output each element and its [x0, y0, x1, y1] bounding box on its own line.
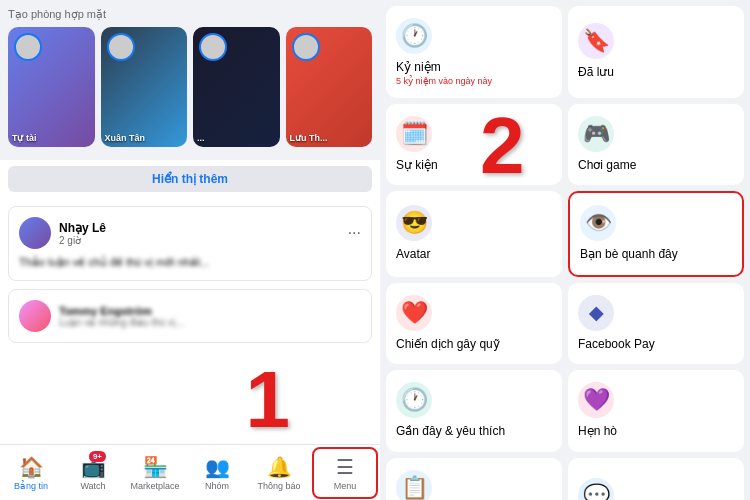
menu-item-ad-activity[interactable]: 📋 Hoạt động quảng cáo gần đây	[386, 458, 562, 500]
post-meta-1: Nhạy Lê 2 giờ	[59, 221, 340, 246]
left-panel: Tạo phòng hợp mặt Tự tài Xuân Tân ... Lư…	[0, 0, 380, 500]
avatar-label: Avatar	[396, 247, 552, 263]
nav-label-notifications: Thông báo	[257, 481, 300, 491]
facebook-pay-icon: ◆	[578, 295, 614, 331]
home-icon: 🏠	[19, 455, 44, 479]
post-name-2: Tommy Engström	[59, 305, 361, 317]
kids-messenger-icon: 💬	[578, 478, 614, 500]
post-content-2: Tommy Engström Luận về những điều thú vị…	[59, 305, 361, 328]
menu-item-facebook-pay[interactable]: ◆ Facebook Pay	[568, 283, 744, 365]
story-card-2[interactable]: Xuân Tân	[101, 27, 188, 147]
fundraiser-label: Chiến dịch gây quỹ	[396, 337, 552, 353]
post-more-icon-1[interactable]: ···	[348, 224, 361, 242]
ad-activity-icon: 📋	[396, 470, 432, 500]
facebook-pay-label: Facebook Pay	[578, 337, 734, 353]
nearby-friends-label: Bạn bè quanh đây	[580, 247, 732, 263]
recent-favorites-icon: 🕐	[396, 382, 432, 418]
post-avatar-2	[19, 300, 51, 332]
menu-item-recent-favorites[interactable]: 🕐 Gần đây & yêu thích	[386, 370, 562, 452]
story-avatar-2	[107, 33, 135, 61]
dating-label: Hẹn hò	[578, 424, 734, 440]
post-card-2: Tommy Engström Luận về những điều thú vị…	[8, 289, 372, 343]
nav-item-notifications[interactable]: 🔔 Thông báo	[248, 449, 310, 497]
story-card-4[interactable]: Lưu Th...	[286, 27, 373, 147]
story-avatar-4	[292, 33, 320, 61]
post-card-1: Nhạy Lê 2 giờ ··· Thảo luận về chủ đề th…	[8, 206, 372, 281]
nav-label-watch: Watch	[80, 481, 105, 491]
menu-item-avatar[interactable]: 😎 Avatar	[386, 191, 562, 277]
nav-label-marketplace: Marketplace	[130, 481, 179, 491]
menu-item-saved[interactable]: 🔖 Đã lưu	[568, 6, 744, 98]
stories-row: Tự tài Xuân Tân ... Lưu Th...	[8, 27, 372, 147]
nav-item-marketplace[interactable]: 🏪 Marketplace	[124, 449, 186, 497]
bell-icon: 🔔	[267, 455, 292, 479]
post-avatar-1	[19, 217, 51, 249]
see-more-button[interactable]: Hiển thị thêm	[8, 166, 372, 192]
nav-item-menu[interactable]: ☰ Menu	[312, 447, 378, 499]
stories-title: Tạo phòng hợp mặt	[8, 8, 372, 21]
nearby-friends-icon: 👁️	[580, 205, 616, 241]
avatar-icon: 😎	[396, 205, 432, 241]
menu-grid: 🕐 Kỷ niệm 5 kỷ niệm vào ngày này 🔖 Đã lư…	[386, 6, 744, 500]
saved-icon: 🔖	[578, 23, 614, 59]
right-panel: 2 🕐 Kỷ niệm 5 kỷ niệm vào ngày này 🔖 Đã …	[380, 0, 750, 500]
events-icon: 🗓️	[396, 116, 432, 152]
story-name-4: Lưu Th...	[290, 133, 369, 143]
menu-item-dating[interactable]: 💜 Hẹn hò	[568, 370, 744, 452]
post-name-1: Nhạy Lê	[59, 221, 340, 235]
menu-item-kids-messenger[interactable]: 💬 Messenger nhí	[568, 458, 744, 500]
memory-icon: 🕐	[396, 18, 432, 54]
post-text-1: Thảo luận về chủ đề thú vị mới nhất...	[19, 255, 361, 270]
story-avatar-3	[199, 33, 227, 61]
nav-item-groups[interactable]: 👥 Nhóm	[186, 449, 248, 497]
nav-label-feed: Bảng tin	[14, 481, 48, 491]
menu-item-nearby-friends[interactable]: 👁️ Bạn bè quanh đây	[568, 191, 744, 277]
memory-label: Kỷ niệm	[396, 60, 552, 76]
story-name-3: ...	[197, 133, 276, 143]
story-avatar-1	[14, 33, 42, 61]
events-label: Sự kiện	[396, 158, 552, 174]
games-icon: 🎮	[578, 116, 614, 152]
menu-item-memory[interactable]: 🕐 Kỷ niệm 5 kỷ niệm vào ngày này	[386, 6, 562, 98]
saved-label: Đã lưu	[578, 65, 734, 81]
recent-favorites-label: Gần đây & yêu thích	[396, 424, 552, 440]
post-text-2: Luận về những điều thú vị...	[59, 317, 361, 328]
nav-label-groups: Nhóm	[205, 481, 229, 491]
menu-icon: ☰	[336, 455, 354, 479]
story-card-3[interactable]: ...	[193, 27, 280, 147]
bottom-nav: 🏠 Bảng tin 📺 9+ Watch 🏪 Marketplace 👥 Nh…	[0, 444, 380, 500]
menu-item-fundraiser[interactable]: ❤️ Chiến dịch gây quỹ	[386, 283, 562, 365]
story-name-1: Tự tài	[12, 133, 91, 143]
nav-item-feed[interactable]: 🏠 Bảng tin	[0, 449, 62, 497]
stories-section: Tạo phòng hợp mặt Tự tài Xuân Tân ... Lư…	[0, 0, 380, 160]
menu-item-games[interactable]: 🎮 Chơi game	[568, 104, 744, 186]
story-card-1[interactable]: Tự tài	[8, 27, 95, 147]
games-label: Chơi game	[578, 158, 734, 174]
marketplace-icon: 🏪	[143, 455, 168, 479]
dating-icon: 💜	[578, 382, 614, 418]
watch-badge: 9+	[89, 451, 106, 462]
nav-label-menu: Menu	[334, 481, 357, 491]
story-name-2: Xuân Tân	[105, 133, 184, 143]
post-header-1: Nhạy Lê 2 giờ ···	[19, 217, 361, 249]
fundraiser-icon: ❤️	[396, 295, 432, 331]
post-time-1: 2 giờ	[59, 235, 340, 246]
menu-item-events[interactable]: 🗓️ Sự kiện	[386, 104, 562, 186]
groups-icon: 👥	[205, 455, 230, 479]
nav-item-watch[interactable]: 📺 9+ Watch	[62, 449, 124, 497]
memory-badge: 5 kỷ niệm vào ngày này	[396, 76, 552, 86]
